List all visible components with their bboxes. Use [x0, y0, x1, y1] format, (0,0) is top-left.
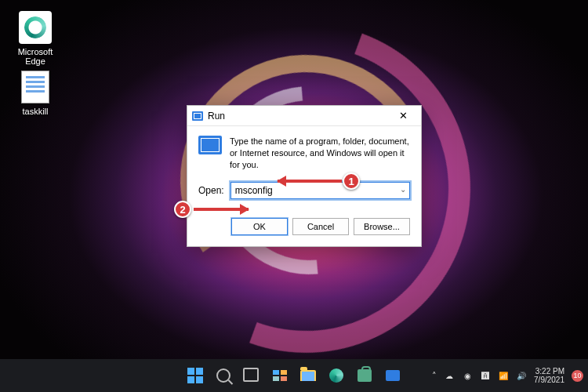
run-icon [192, 111, 203, 121]
run-dialog: Run ✕ Type the name of a program, folder… [187, 105, 422, 247]
volume-tray-icon[interactable]: 🔊 [516, 370, 527, 381]
browse-button[interactable]: Browse... [354, 218, 410, 235]
desktop-icon-edge[interactable]: Microsoft Edge [8, 11, 63, 66]
chevron-down-icon[interactable]: ⌄ [400, 185, 406, 194]
edge-taskbar-button[interactable] [325, 364, 348, 387]
run-taskbar-button[interactable] [381, 364, 405, 387]
desktop-icon-taskkill[interactable]: taskkill [8, 71, 63, 116]
widgets-icon [273, 370, 287, 381]
ok-button[interactable]: OK [231, 218, 288, 235]
search-button[interactable] [212, 364, 235, 387]
notification-count-badge[interactable]: 10 [572, 370, 583, 382]
open-label: Open: [198, 185, 224, 196]
taskbar-clock[interactable]: 3:22 PM 7/9/2021 [534, 367, 564, 385]
onedrive-tray-icon[interactable]: ☁ [444, 370, 455, 381]
run-icon [386, 370, 400, 381]
input-language-icon[interactable]: 🅰 [480, 370, 491, 381]
run-app-icon [198, 136, 222, 154]
security-tray-icon[interactable]: ◉ [462, 370, 473, 381]
cancel-button[interactable]: Cancel [292, 218, 349, 235]
textfile-icon [19, 71, 52, 103]
store-button[interactable] [353, 364, 376, 387]
edge-icon [329, 368, 343, 383]
clock-time: 3:22 PM [534, 367, 564, 376]
system-tray: ˄ ☁ ◉ 🅰 📶 🔊 3:22 PM 7/9/2021 10 [432, 367, 583, 385]
search-icon [216, 368, 230, 383]
desktop-icon-label: Microsoft Edge [8, 47, 63, 66]
task-view-button[interactable] [240, 364, 263, 387]
windows-icon [187, 368, 203, 383]
run-titlebar[interactable]: Run ✕ [187, 106, 421, 126]
network-tray-icon[interactable]: 📶 [498, 370, 509, 381]
taskbar-center [183, 364, 405, 387]
run-description: Type the name of a program, folder, docu… [230, 136, 410, 171]
annotation-badge-1: 1 [343, 172, 360, 190]
file-explorer-button[interactable] [296, 364, 320, 387]
close-button[interactable]: ✕ [390, 107, 416, 125]
annotation-arrow-1 [278, 180, 342, 183]
edge-icon [19, 11, 52, 44]
taskbar: ˄ ☁ ◉ 🅰 📶 🔊 3:22 PM 7/9/2021 10 [0, 359, 588, 392]
close-icon: ✕ [399, 110, 408, 122]
run-title: Run [208, 111, 390, 122]
store-icon [358, 369, 372, 382]
folder-icon [300, 370, 316, 381]
open-combobox[interactable]: ⌄ [230, 182, 410, 199]
task-view-icon [245, 370, 258, 381]
clock-date: 7/9/2021 [534, 376, 564, 385]
open-input[interactable] [230, 182, 410, 199]
annotation-badge-2: 2 [174, 201, 191, 218]
start-button[interactable] [183, 364, 207, 387]
annotation-arrow-2 [194, 208, 249, 211]
tray-overflow-button[interactable]: ˄ [432, 371, 437, 381]
widgets-button[interactable] [268, 364, 292, 387]
desktop-icon-label: taskkill [8, 107, 63, 116]
